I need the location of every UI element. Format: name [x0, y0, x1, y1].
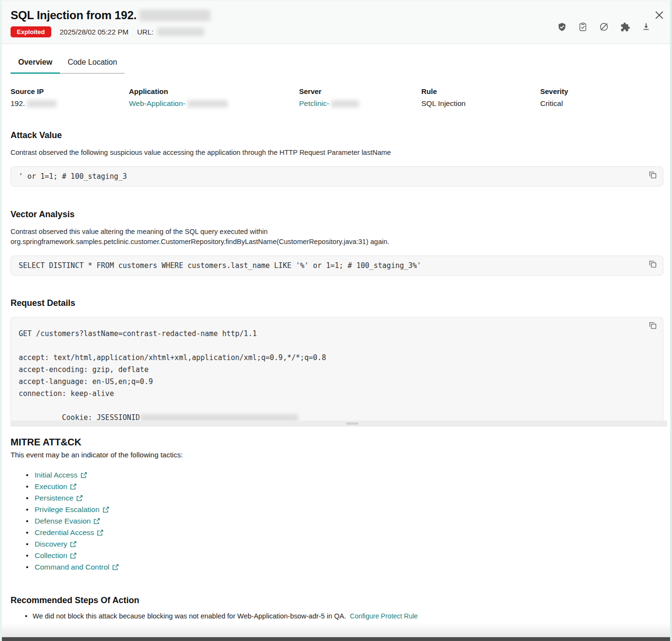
- request-line: accept-encoding: gzip, deflate: [19, 364, 642, 376]
- redacted-url: [157, 28, 204, 36]
- attack-value-code-text: ' or 1=1; # 100_staging_3: [19, 172, 127, 181]
- attack-value-heading: Attack Value: [11, 130, 663, 140]
- bottom-bar: [2, 637, 670, 641]
- close-icon[interactable]: [653, 9, 665, 21]
- list-item: Credential Access: [26, 527, 663, 538]
- field-label: Rule: [421, 87, 540, 95]
- source-ip-value: 192.: [11, 99, 25, 108]
- external-link-icon: [103, 506, 109, 513]
- redacted-application: [187, 100, 228, 107]
- request-line: connection: keep-alive: [19, 388, 642, 400]
- event-timestamp: 2025/28/02 05:22 PM: [60, 28, 128, 36]
- block-icon[interactable]: [598, 21, 610, 33]
- vector-analysis-description: Contrast observed this value altering th…: [11, 227, 442, 247]
- page-title: SQL Injection from 192.: [11, 9, 660, 22]
- field-label: Application: [129, 87, 299, 95]
- redacted-server: [331, 100, 359, 107]
- tab-overview[interactable]: Overview: [11, 58, 60, 74]
- field-application: Application Web-Application-: [129, 87, 299, 108]
- request-line: accept: text/html,application/xhtml+xml,…: [19, 352, 642, 364]
- field-label: Severity: [540, 87, 663, 95]
- vector-analysis-code-text: SELECT DISTINCT * FROM customers WHERE c…: [19, 261, 421, 270]
- status-badge: Exploited: [11, 26, 51, 37]
- server-link[interactable]: Petclinic-: [299, 99, 329, 108]
- external-link-icon: [70, 552, 77, 559]
- url-label: URL:: [137, 28, 153, 36]
- list-item: Initial Access: [26, 469, 663, 481]
- rule-value: SQL Injection: [421, 99, 540, 108]
- list-item: Execution: [26, 481, 663, 492]
- redacted-ip-value: [27, 100, 57, 107]
- summary-fields: Source IP 192. Application Web-Applicati…: [11, 87, 663, 108]
- field-source-ip: Source IP 192.: [11, 87, 129, 108]
- scrollbar-thumb[interactable]: [346, 422, 359, 425]
- tactic-link-privilege-escalation[interactable]: Privilege Escalation: [35, 504, 109, 515]
- redacted-source-ip: [139, 10, 210, 21]
- field-severity: Severity Critical: [540, 87, 663, 108]
- request-line: accept-language: en-US,en;q=0.9: [19, 376, 642, 388]
- tactic-link-defense-evasion[interactable]: Defense Evasion: [35, 515, 100, 527]
- list-item: We did not block this attack because blo…: [25, 610, 663, 622]
- request-line-cookie: Cookie: JSESSIONID: [19, 400, 642, 420]
- tactic-link-persistence[interactable]: Persistence: [35, 492, 83, 504]
- tactic-link-initial-access[interactable]: Initial Access: [35, 469, 87, 481]
- mitre-description: This event may be an indicator of the fo…: [11, 451, 663, 459]
- application-link[interactable]: Web-Application-: [129, 99, 185, 108]
- field-server: Server Petclinic-: [299, 87, 421, 108]
- tab-bar: Overview Code Location: [11, 58, 663, 74]
- tactic-link-discovery[interactable]: Discovery: [35, 538, 77, 550]
- external-link-icon: [70, 483, 77, 490]
- vector-analysis-code: SELECT DISTINCT * FROM customers WHERE c…: [11, 256, 663, 276]
- event-url: URL:: [137, 28, 204, 36]
- section-attack-value: Attack Value Contrast observed the follo…: [11, 130, 663, 186]
- field-label: Source IP: [11, 87, 129, 95]
- list-item: Command and Control: [26, 561, 663, 573]
- tactic-link-command-and-control[interactable]: Command and Control: [35, 561, 119, 573]
- copy-icon[interactable]: [649, 171, 657, 180]
- tab-code-location[interactable]: Code Location: [60, 58, 125, 74]
- list-item: Privilege Escalation: [26, 504, 663, 515]
- modal-body: Overview Code Location Source IP 192. Ap…: [2, 58, 670, 633]
- mitre-heading: MITRE ATT&CK: [11, 437, 663, 448]
- page-title-text: SQL Injection from 192.: [11, 9, 137, 22]
- list-item: Defense Evasion: [26, 515, 663, 527]
- external-link-icon: [97, 529, 104, 536]
- section-mitre-attack: MITRE ATT&CK This event may be an indica…: [11, 437, 663, 573]
- attack-event-modal: SQL Injection from 192. Exploited 2025/2…: [0, 0, 672, 641]
- external-link-icon: [70, 541, 77, 548]
- severity-value: Critical: [540, 99, 663, 108]
- request-details-code[interactable]: GET /customers?lastName=contrast-redacte…: [11, 317, 663, 420]
- bottom-gradient: [2, 623, 670, 637]
- list-item: Collection: [26, 550, 663, 561]
- request-details-heading: Request Details: [11, 298, 663, 308]
- configure-protect-rule-link[interactable]: Configure Protect Rule: [350, 610, 418, 622]
- download-icon[interactable]: [640, 21, 652, 33]
- puzzle-icon[interactable]: [619, 21, 631, 33]
- attack-value-code: ' or 1=1; # 100_staging_3: [11, 166, 663, 186]
- clipboard-check-icon[interactable]: [577, 21, 589, 33]
- section-vector-analysis: Vector Analysis Contrast observed this v…: [11, 210, 663, 276]
- copy-icon[interactable]: [649, 260, 657, 269]
- field-label: Server: [299, 87, 421, 95]
- recommended-steps-heading: Recommended Steps Of Action: [11, 595, 663, 606]
- horizontal-scrollbar[interactable]: [11, 420, 667, 427]
- external-link-icon: [76, 495, 83, 501]
- tactic-link-credential-access[interactable]: Credential Access: [35, 527, 104, 538]
- step-text: We did not block this attack because blo…: [33, 610, 346, 622]
- mitre-tactics-list: Initial Access Execution Persistence Pri…: [11, 469, 663, 573]
- attack-value-description: Contrast observed the following suspicio…: [11, 148, 653, 158]
- request-line: [19, 340, 642, 352]
- vector-analysis-heading: Vector Analysis: [11, 210, 663, 220]
- modal-header: SQL Injection from 192. Exploited 2025/2…: [2, 1, 670, 44]
- external-link-icon: [93, 518, 100, 524]
- external-link-icon: [112, 564, 119, 571]
- request-line: GET /customers?lastName=contrast-redacte…: [19, 328, 642, 340]
- tactic-link-execution[interactable]: Execution: [35, 481, 77, 492]
- section-request-details: Request Details GET /customers?lastName=…: [11, 298, 663, 427]
- shield-check-icon[interactable]: [556, 21, 568, 33]
- external-link-icon: [81, 472, 87, 478]
- header-actions: [556, 21, 652, 33]
- tactic-link-collection[interactable]: Collection: [35, 550, 77, 561]
- copy-icon[interactable]: [649, 322, 657, 330]
- redacted-session-id: [140, 414, 298, 420]
